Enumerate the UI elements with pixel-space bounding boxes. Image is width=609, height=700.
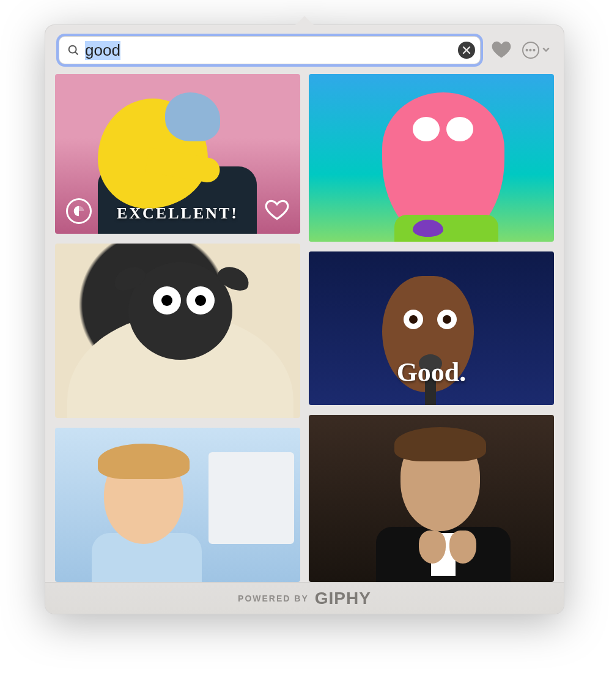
- more-menu-button[interactable]: •••: [522, 42, 550, 59]
- top-bar: •••: [45, 25, 564, 74]
- chevron-down-icon: [542, 45, 550, 56]
- footer-attribution: POWERED BY GIPHY: [45, 582, 564, 614]
- heart-icon: [492, 40, 511, 61]
- gif-tile[interactable]: [309, 74, 554, 242]
- ellipsis-icon: •••: [522, 42, 539, 59]
- popover-arrow: [295, 16, 314, 26]
- svg-point-0: [69, 46, 76, 53]
- gif-tile[interactable]: Excellent!: [55, 74, 300, 234]
- gif-picker-popover: ••• Excellent! Good. POWERED BY GIPHY: [45, 24, 564, 614]
- gif-tile[interactable]: Good.: [309, 251, 554, 405]
- search-field[interactable]: [59, 36, 481, 64]
- search-icon: [67, 43, 80, 57]
- favorite-tile-button[interactable]: [265, 199, 289, 223]
- results-grid: Excellent! Good.: [45, 74, 564, 582]
- footer-provider-logo: GIPHY: [315, 589, 371, 608]
- gif-tile[interactable]: [55, 428, 300, 582]
- close-icon: [462, 46, 471, 54]
- popover-body: ••• Excellent! Good. POWERED BY GIPHY: [45, 24, 564, 614]
- gif-tile[interactable]: [55, 244, 300, 418]
- gif-caption: Excellent!: [55, 204, 300, 223]
- recent-icon[interactable]: [66, 198, 92, 224]
- footer-powered-by-label: POWERED BY: [238, 594, 309, 603]
- search-input[interactable]: [80, 41, 458, 60]
- gif-tile[interactable]: [309, 415, 554, 582]
- results-column-right: Good.: [309, 74, 554, 582]
- svg-line-1: [75, 52, 78, 54]
- results-column-left: Excellent!: [55, 74, 300, 582]
- clear-search-button[interactable]: [458, 42, 475, 59]
- favorites-button[interactable]: [492, 40, 511, 61]
- gif-caption: Good.: [309, 357, 554, 388]
